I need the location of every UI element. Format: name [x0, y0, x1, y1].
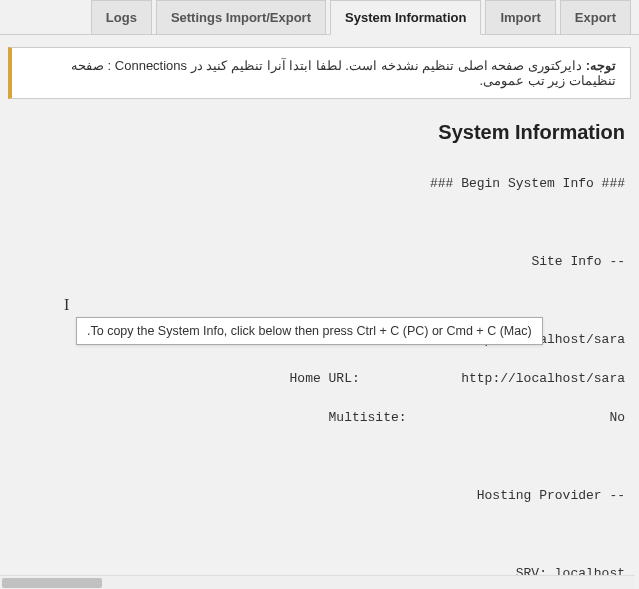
multisite-value: No — [609, 410, 625, 425]
notice-connections-link[interactable]: Connections — [115, 58, 187, 73]
notice-text-1: دایرکتوری صفحه اصلی تنظیم نشدخه است. لطف… — [187, 58, 586, 73]
horizontal-scrollbar[interactable] — [0, 575, 635, 589]
notice-warning: توجه: دایرکتوری صفحه اصلی تنظیم نشدخه اس… — [8, 47, 631, 99]
home-url-label: Home URL: — [290, 371, 360, 386]
tab-export[interactable]: Export — [560, 0, 631, 34]
info-header: ### Begin System Info ### — [14, 174, 625, 194]
notice-label: توجه: — [586, 58, 616, 73]
tab-bar: Logs Settings Import/Export System Infor… — [0, 0, 639, 35]
tab-system-information[interactable]: System Information — [330, 0, 481, 35]
system-info-container: ### Begin System Info ### Site Info -- S… — [0, 154, 639, 589]
tab-import[interactable]: Import — [485, 0, 555, 34]
hosting-header: Hosting Provider -- — [14, 486, 625, 506]
text-cursor-icon: I — [64, 296, 69, 314]
multisite-label: Multisite: — [329, 410, 407, 425]
home-url-value: http://localhost/sara — [461, 371, 625, 386]
copy-tooltip: .To copy the System Info, click below th… — [76, 317, 543, 345]
scrollbar-thumb[interactable] — [2, 578, 102, 588]
tab-logs[interactable]: Logs — [91, 0, 152, 34]
site-info-header: Site Info -- — [14, 252, 625, 272]
system-info-textarea[interactable]: ### Begin System Info ### Site Info -- S… — [14, 154, 625, 589]
page-title: System Information — [0, 99, 639, 154]
tab-settings-import-export[interactable]: Settings Import/Export — [156, 0, 326, 34]
